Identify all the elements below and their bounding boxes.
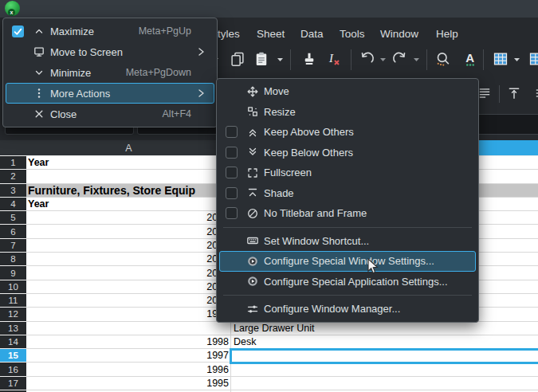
row-header-10[interactable]: 10	[0, 280, 26, 294]
cell-A13[interactable]	[26, 322, 231, 335]
menu-item-keep-above-others[interactable]: Keep Above Others	[219, 122, 476, 143]
kcm-icon	[246, 255, 264, 268]
clear-formatting-icon[interactable]: I	[325, 51, 341, 67]
row-header-14[interactable]: 14	[0, 335, 26, 349]
font-color-icon[interactable]: A	[462, 51, 478, 67]
menu-item-resize[interactable]: Resize	[219, 102, 476, 123]
toolbar-separator	[426, 49, 427, 70]
selected-cell-outline[interactable]	[230, 348, 538, 364]
align-top-icon[interactable]	[507, 86, 521, 100]
cell-A9[interactable]: 2002	[26, 266, 231, 280]
cell-A11[interactable]: 2000	[26, 294, 231, 308]
clone-formatting-icon[interactable]	[301, 51, 317, 67]
row-header-3[interactable]: 3	[0, 184, 26, 198]
row-header-9[interactable]: 9	[0, 266, 26, 280]
sheet-row-16: 161996	[0, 363, 538, 376]
borders-icon[interactable]	[493, 51, 509, 67]
menu-window[interactable]: Window	[380, 28, 418, 40]
menu-shortcut: Meta+PgUp	[139, 25, 191, 37]
row-header-6[interactable]: 6	[0, 225, 26, 238]
cell-A2[interactable]	[26, 170, 231, 183]
checkbox-unchecked[interactable]	[226, 126, 246, 138]
menu-tools[interactable]: Tools	[340, 28, 365, 40]
menu-item-close[interactable]: CloseAlt+F4	[6, 104, 214, 124]
menu-item-configure-window-manager[interactable]: Configure Window Manager...	[219, 299, 476, 319]
cell-A6[interactable]: 2005	[26, 225, 231, 238]
cell-B13[interactable]: Large Drawer Unit	[231, 322, 538, 335]
menu-item-minimize[interactable]: MinimizeMeta+PgDown	[6, 62, 214, 83]
paste-caret-icon[interactable]	[277, 58, 284, 62]
menu-item-configure-special-window-settings[interactable]: Configure Special Window Settings...	[219, 251, 476, 272]
cell-A16[interactable]: 1996	[26, 363, 231, 376]
menu-item-maximize[interactable]: MaximizeMeta+PgUp	[6, 21, 214, 41]
cell-B16[interactable]	[231, 363, 538, 376]
menu-item-move-to-screen[interactable]: Move to Screen	[6, 41, 214, 62]
checkbox-checked[interactable]	[12, 25, 33, 37]
undo-icon[interactable]	[359, 51, 375, 67]
cell-A14[interactable]: 1998	[26, 335, 231, 349]
menu-item-set-window-shortcut[interactable]: Set Window Shortcut...	[219, 231, 476, 252]
row-header-5[interactable]: 5	[0, 211, 26, 225]
column-header-a[interactable]: A	[26, 140, 231, 156]
paste-icon[interactable]	[253, 51, 269, 67]
cell-B17[interactable]	[231, 377, 538, 390]
merge-cells-icon[interactable]	[528, 51, 538, 67]
redo-caret-icon[interactable]	[414, 58, 420, 62]
row-header-11[interactable]: 11	[0, 294, 26, 308]
cell-A17[interactable]: 1995	[26, 377, 231, 390]
undo-caret-icon[interactable]	[380, 58, 387, 62]
copy-icon[interactable]	[230, 51, 245, 67]
cell-B14[interactable]: Desk	[231, 335, 538, 349]
window-menu: MaximizeMeta+PgUpMove to ScreenMinimizeM…	[2, 18, 218, 127]
row-header-17[interactable]: 17	[0, 377, 26, 390]
cell-A3[interactable]: Furniture, Fixtures, Store Equip	[26, 184, 231, 198]
submenu-arrow-icon	[196, 87, 206, 100]
checkbox-unchecked[interactable]	[226, 187, 246, 199]
cell-A7[interactable]: 2004	[26, 239, 231, 253]
menu-item-more-actions[interactable]: More Actions	[6, 83, 214, 104]
cell-A12[interactable]: 1999	[26, 308, 231, 321]
cell-A4[interactable]: Year	[26, 198, 231, 211]
kcm-icon	[246, 275, 264, 288]
borders-caret-icon[interactable]	[514, 58, 520, 62]
cell-A8[interactable]: 2003	[26, 253, 231, 266]
row-header-16[interactable]: 16	[0, 363, 26, 376]
row-header-1[interactable]: 1	[0, 156, 26, 170]
checkbox-unchecked[interactable]	[226, 207, 246, 219]
keyboard-icon	[246, 234, 264, 247]
fullscreen-icon	[246, 167, 264, 179]
menu-sheet[interactable]: Sheet	[257, 28, 285, 40]
wrap-text-icon[interactable]	[534, 86, 538, 100]
app-icon[interactable]: x	[5, 1, 20, 16]
row-header-8[interactable]: 8	[0, 253, 26, 266]
toolbar-separator	[290, 49, 291, 70]
cell-A15[interactable]: 1997	[26, 349, 231, 363]
menu-data[interactable]: Data	[300, 28, 324, 40]
menu-item-keep-below-others[interactable]: Keep Below Others	[219, 143, 476, 163]
menu-help[interactable]: Help	[436, 28, 458, 40]
row-header-7[interactable]: 7	[0, 239, 26, 253]
justify-icon[interactable]	[477, 86, 492, 100]
cell-A5[interactable]: 2006	[26, 211, 231, 225]
find-and-replace-icon[interactable]	[435, 51, 451, 67]
cell-A1[interactable]: Year	[26, 156, 231, 170]
checkbox-unchecked[interactable]	[226, 167, 246, 178]
row-header-2[interactable]: 2	[0, 170, 26, 183]
cell-A10[interactable]: 2001	[26, 280, 231, 294]
menu-item-fullscreen[interactable]: Fullscreen	[219, 163, 476, 183]
redo-icon[interactable]	[392, 51, 408, 67]
menu-shortcut: Meta+PgDown	[126, 67, 191, 78]
menu-item-configure-special-application-settings[interactable]: Configure Special Application Settings..…	[219, 272, 476, 292]
sliders-icon	[246, 303, 264, 316]
row-header-15[interactable]: 15	[0, 349, 26, 363]
menu-item-label: Move to Screen	[50, 46, 214, 58]
menu-item-no-titlebar-and-frame[interactable]: No Titlebar and Frame	[219, 203, 476, 224]
menu-item-shade[interactable]: Shade	[219, 183, 476, 204]
menu-item-move[interactable]: Move	[219, 81, 476, 102]
row-header-4[interactable]: 4	[0, 198, 26, 211]
checkbox-unchecked[interactable]	[226, 147, 246, 159]
row-header-13[interactable]: 13	[0, 322, 26, 335]
select-all-corner[interactable]	[0, 140, 26, 156]
row-header-12[interactable]: 12	[0, 308, 26, 321]
menu-item-label: Move	[264, 85, 475, 97]
